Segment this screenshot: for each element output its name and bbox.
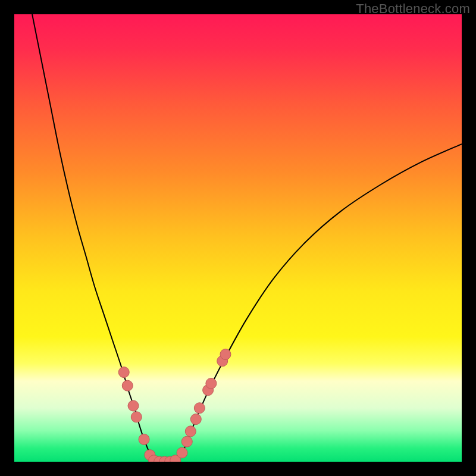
bottleneck-curve xyxy=(32,14,462,462)
marker-group xyxy=(118,349,231,462)
marker-dot xyxy=(194,403,205,414)
marker-dot xyxy=(122,380,133,391)
marker-dot xyxy=(177,447,187,458)
plot-overlay xyxy=(14,14,462,462)
marker-dot xyxy=(128,400,139,411)
marker-dot xyxy=(181,436,192,447)
marker-dot xyxy=(118,367,129,378)
marker-dot xyxy=(131,412,142,422)
marker-dot xyxy=(185,426,196,437)
marker-dot xyxy=(206,378,217,389)
marker-dot xyxy=(139,434,149,444)
marker-dot xyxy=(220,349,231,360)
marker-dot xyxy=(190,414,201,425)
